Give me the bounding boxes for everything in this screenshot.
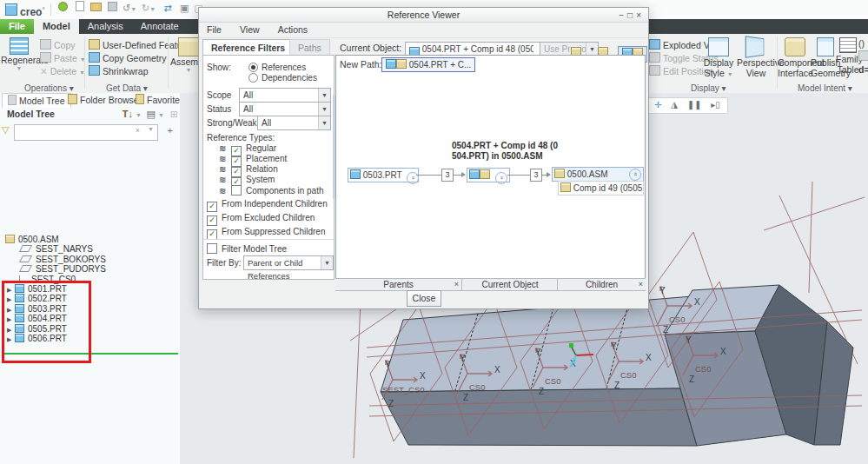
model-tree-filter-row: ▽ × ▼ + [0,124,180,139]
family-table-button[interactable]: Family Table [836,37,860,75]
tree-list-icon[interactable]: ▤ ▼ [147,109,164,120]
delete-button[interactable]: ✕ Delete ▼ [40,65,85,77]
close-column-icon[interactable]: × [639,279,643,290]
tree-show-icon[interactable]: ⊞ [170,109,178,120]
tree-item-0502prt[interactable]: ▶0502.PRT [7,294,67,303]
shrinkwrap-button[interactable]: Shrinkwrap [89,65,149,77]
graph-node-0500asm[interactable]: 0500.ASM « [552,167,644,182]
status-combo[interactable]: All▼ [239,102,331,116]
close-icon[interactable]: × [636,10,645,20]
display-group-label[interactable]: Display ▾ [691,83,726,93]
datum-plane-icon [19,245,32,252]
tree-item-0504prt[interactable]: ▶0504.PRT [7,314,67,323]
operations-group-label[interactable]: Operations ▾ [24,83,74,93]
copy-geometry-button[interactable]: Copy Geometry [89,52,167,64]
parameters-button[interactable]: () [858,37,865,50]
switch-symbols-icon[interactable] [858,50,868,63]
menu-actions[interactable]: Actions [270,22,315,37]
tree-item-0503prt[interactable]: ▶0503.PRT [7,304,67,314]
tab-model-tree[interactable]: Model Tree [2,93,71,108]
dialog-titlebar[interactable]: Reference Viewer −□× [199,8,648,23]
filter-model-tree-checkbox[interactable]: Filter Model Tree [207,243,287,254]
filter-funnel-icon[interactable]: ▽ [2,124,9,136]
tree-item-0505prt[interactable]: ▶0505.PRT [7,324,67,334]
saved-orientations-icon[interactable]: ▸▯ [711,98,720,112]
collapse-node-icon[interactable]: « [495,172,507,184]
menu-view[interactable]: View [232,22,268,37]
part-icon [15,324,24,333]
new-path-chip[interactable]: 0504.PRT + C... [381,57,475,72]
graph-node-current[interactable]: « [467,168,510,182]
current-object-column-header[interactable]: Current Object [461,278,558,291]
redo-icon[interactable]: ↻▼ [139,1,158,15]
svg-text:X: X [494,365,500,375]
new-path-label: New Path: [340,59,381,70]
component-interface-button[interactable]: Component Interface [778,37,812,78]
svg-text:X: X [694,297,700,307]
open-file-icon[interactable] [89,1,103,15]
children-column-header[interactable]: Children× [557,278,646,291]
maximize-icon[interactable]: □ [627,10,636,20]
reference-count-badge[interactable]: 3 [441,169,454,182]
filter-by-combo[interactable]: Parent or Child References▼ [243,255,334,270]
add-filter-icon[interactable]: + [168,125,173,136]
regenerate-quick-icon[interactable]: ⇄ [161,1,175,15]
new-file-icon[interactable] [73,1,87,15]
tree-item-sest-narys[interactable]: SEST_NARYS [19,244,93,254]
dependencies-radio[interactable]: Dependencies [248,73,317,83]
model-tree-header: Model Tree T↓ ▼ ▤ ▼ ⊞ [0,109,180,123]
tree-item-0506prt[interactable]: ▶0506.PRT [7,334,67,343]
tree-item-0500asm[interactable]: 0500.ASM [5,235,59,244]
strongweak-combo[interactable]: All▼ [257,116,331,130]
tree-item-sest-cs0[interactable]: SEST_CS0 [19,275,76,284]
get-data-group-label[interactable]: Get Data ▾ [106,83,148,93]
assembly-icon [396,59,407,69]
type-components-in-path[interactable]: ≋Components in path [219,185,324,196]
paste-button[interactable]: Paste ▼ [40,52,86,64]
model-intent-group-label[interactable]: Model Intent ▾ [798,83,852,93]
clear-search-icon[interactable]: × [136,126,140,135]
regenerate-button[interactable]: Regenerate▼ [1,37,37,71]
relations-button[interactable]: d= [858,63,868,76]
tab-file[interactable]: File [0,19,34,34]
copy-button[interactable]: Copy [40,39,76,51]
from-excluded-checkbox[interactable]: ✓From Excluded Children [207,213,315,226]
close-window-quick-icon[interactable]: ▣ [177,1,191,15]
component-interface-icon [785,37,805,56]
close-column-icon[interactable]: × [454,279,459,290]
graph-node-comp49[interactable]: Comp id 49 (0505.PR [558,181,644,196]
datum-display-icon[interactable]: ◮ [671,98,678,112]
search-dropdown-icon[interactable]: ▼ [148,126,154,132]
references-radio[interactable]: References [248,63,306,72]
insert-here-indicator[interactable] [2,353,178,355]
expand-arrow-icon[interactable]: ▶ [7,335,15,344]
from-suppressed-checkbox[interactable]: ✓From Suppressed Children [207,227,326,240]
scope-combo[interactable]: All▼ [239,88,331,103]
pause-icon[interactable]: ❚❚ [687,98,702,112]
perspective-view-button[interactable]: Perspective View [737,37,775,78]
tree-settings-icon[interactable]: T↓ ▼ [123,109,142,119]
parents-column-header[interactable]: Parents× [335,278,461,291]
reference-count-badge[interactable]: 3 [530,169,542,182]
assembly-icon [560,182,571,192]
reference-graph-canvas[interactable]: New Path: 0504.PRT + C... 0504.PRT + Com… [335,55,646,280]
tab-annotate[interactable]: Annotate [132,19,188,34]
tree-item-sest-bokorys[interactable]: SEST_BOKORYS [19,255,106,264]
display-style-button[interactable]: Display Style ▼ [700,37,737,78]
close-button[interactable]: Close [407,290,441,307]
reference-viewer-dialog: Reference Viewer −□× File View Actions R… [198,7,649,309]
spin-center-icon[interactable]: ✛ [654,98,661,112]
home-icon[interactable] [56,1,70,15]
save-icon[interactable] [106,1,120,15]
from-independent-checkbox[interactable]: ✓From Independent Children [207,199,328,212]
tab-analysis[interactable]: Analysis [79,19,132,34]
tree-item-sest-pudorys[interactable]: SEST_PUDORYS [19,264,106,274]
tab-model[interactable]: Model [34,19,79,34]
expand-node-icon[interactable]: « [629,169,641,181]
minimize-icon[interactable]: − [619,10,627,20]
tree-item-0501prt[interactable]: ▶0501.PRT [7,284,67,294]
graph-node-0503[interactable]: 0503.PRT « [348,168,419,182]
menu-file[interactable]: File [199,22,229,37]
undo-icon[interactable]: ↺▼ [123,1,136,15]
creo-logo-icon [5,3,17,16]
